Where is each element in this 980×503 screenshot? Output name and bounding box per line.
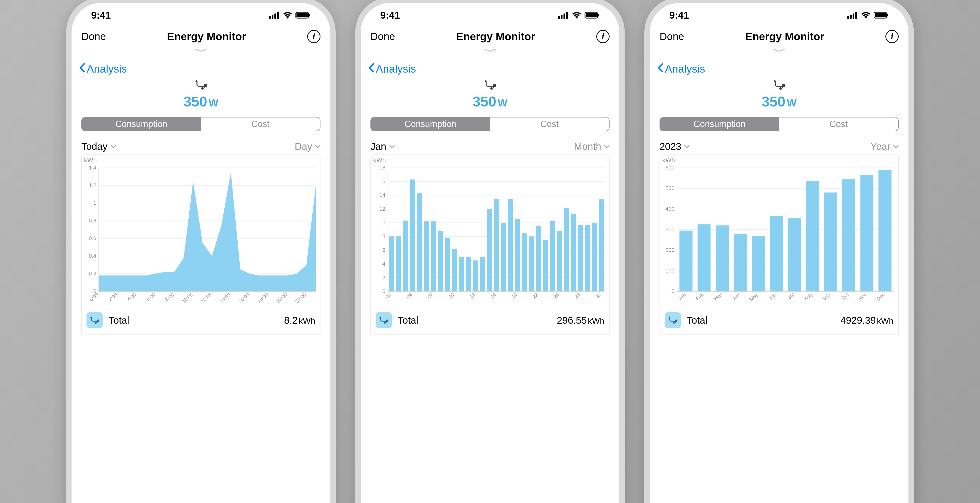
svg-text:1.2: 1.2 bbox=[89, 182, 96, 188]
svg-rect-132 bbox=[697, 224, 711, 291]
svg-rect-140 bbox=[842, 179, 855, 291]
tab-consumption[interactable]: Consumption bbox=[660, 118, 779, 131]
done-button[interactable]: Done bbox=[81, 31, 106, 42]
period-picker[interactable]: Today bbox=[81, 141, 116, 152]
download-csv-button[interactable]: Download CSV bbox=[371, 501, 609, 503]
phone-screen: 9:41 Done Energy Monitor i Analysis 350W… bbox=[361, 3, 619, 503]
svg-rect-3 bbox=[277, 12, 279, 19]
svg-rect-80 bbox=[487, 209, 492, 291]
svg-rect-114 bbox=[887, 14, 888, 16]
status-icons bbox=[847, 12, 889, 19]
svg-text:200: 200 bbox=[665, 247, 675, 253]
app-header: Done Energy Monitor i bbox=[361, 27, 619, 48]
svg-rect-81 bbox=[494, 199, 499, 291]
range-row: Jan Month bbox=[371, 141, 609, 152]
pull-handle-icon bbox=[72, 48, 330, 53]
svg-rect-78 bbox=[473, 260, 478, 291]
tab-cost[interactable]: Cost bbox=[779, 118, 898, 131]
download-csv-button[interactable]: Download CSV bbox=[81, 501, 320, 503]
done-button[interactable]: Done bbox=[660, 31, 684, 42]
svg-text:10: 10 bbox=[447, 292, 455, 299]
chevron-down-icon bbox=[110, 145, 116, 149]
status-time: 9:41 bbox=[380, 10, 400, 21]
download-csv-button[interactable]: Download CSV bbox=[660, 501, 899, 503]
svg-rect-69 bbox=[410, 179, 415, 291]
page-title: Energy Monitor bbox=[745, 30, 824, 43]
energy-icon bbox=[81, 80, 320, 90]
svg-text:0: 0 bbox=[382, 288, 385, 294]
phone-frame: 9:41 Done Energy Monitor i Analysis 350W… bbox=[644, 0, 914, 503]
signal-icon bbox=[558, 12, 569, 19]
svg-text:Feb: Feb bbox=[695, 292, 705, 302]
svg-rect-37 bbox=[558, 16, 560, 19]
tab-consumption[interactable]: Consumption bbox=[371, 118, 490, 131]
chevron-down-icon bbox=[893, 145, 899, 149]
svg-text:4: 4 bbox=[382, 261, 385, 267]
granularity-picker[interactable]: Year bbox=[870, 141, 899, 152]
metric-segmented-control[interactable]: Consumption Cost bbox=[371, 117, 609, 131]
total-row: Total 4929.39kWh bbox=[660, 306, 899, 334]
phone-frame: 9:41 Done Energy Monitor i bbox=[66, 0, 336, 503]
svg-text:0: 0 bbox=[671, 288, 675, 294]
page-title: Energy Monitor bbox=[167, 30, 246, 43]
svg-text:18: 18 bbox=[380, 166, 385, 171]
svg-text:31: 31 bbox=[594, 292, 602, 299]
wifi-icon bbox=[572, 12, 582, 19]
total-label: Total bbox=[398, 315, 418, 326]
current-power-value: 350W bbox=[371, 93, 609, 110]
battery-icon bbox=[585, 12, 600, 19]
svg-rect-139 bbox=[824, 193, 837, 291]
info-icon[interactable]: i bbox=[596, 30, 609, 43]
tab-consumption[interactable]: Consumption bbox=[82, 118, 201, 131]
svg-text:22: 22 bbox=[531, 292, 539, 299]
svg-rect-1 bbox=[272, 15, 274, 19]
svg-rect-76 bbox=[459, 257, 464, 291]
svg-rect-87 bbox=[536, 226, 541, 291]
svg-text:0.8: 0.8 bbox=[89, 217, 96, 224]
granularity-picker[interactable]: Month bbox=[574, 141, 609, 152]
tab-cost[interactable]: Cost bbox=[201, 118, 320, 131]
phone-screen: 9:41 Done Energy Monitor i Analysis 350W… bbox=[650, 3, 908, 503]
svg-rect-88 bbox=[543, 240, 548, 291]
svg-text:01: 01 bbox=[384, 292, 392, 299]
tab-cost[interactable]: Cost bbox=[490, 118, 609, 131]
status-bar: 9:41 bbox=[72, 3, 330, 27]
svg-text:8: 8 bbox=[382, 233, 385, 240]
svg-rect-90 bbox=[557, 231, 562, 291]
granularity-picker[interactable]: Day bbox=[295, 141, 320, 152]
done-button[interactable]: Done bbox=[371, 31, 395, 42]
energy-icon bbox=[371, 80, 609, 90]
svg-text:19: 19 bbox=[510, 292, 518, 299]
svg-rect-96 bbox=[599, 199, 604, 291]
svg-text:Apr: Apr bbox=[732, 292, 741, 301]
svg-rect-131 bbox=[679, 230, 692, 291]
svg-rect-95 bbox=[592, 223, 597, 291]
svg-rect-2 bbox=[274, 13, 276, 19]
wifi-icon bbox=[283, 12, 293, 19]
info-icon[interactable]: i bbox=[307, 30, 320, 43]
svg-text:400: 400 bbox=[665, 206, 675, 212]
chart-y-unit: kWh bbox=[81, 155, 320, 164]
period-picker[interactable]: 2023 bbox=[660, 141, 690, 152]
svg-text:500: 500 bbox=[665, 185, 675, 191]
metric-segmented-control[interactable]: Consumption Cost bbox=[81, 117, 320, 131]
range-row: 2023 Year bbox=[660, 141, 899, 152]
phone-screen: 9:41 Done Energy Monitor i bbox=[72, 3, 330, 503]
svg-rect-40 bbox=[566, 12, 568, 19]
svg-rect-66 bbox=[389, 236, 394, 291]
period-picker[interactable]: Jan bbox=[371, 141, 395, 152]
info-icon[interactable]: i bbox=[885, 30, 899, 43]
svg-rect-110 bbox=[853, 13, 854, 19]
svg-rect-70 bbox=[417, 193, 422, 291]
back-button[interactable]: Analysis bbox=[361, 53, 619, 78]
svg-text:10:00: 10:00 bbox=[181, 292, 194, 304]
pull-handle-icon bbox=[650, 48, 908, 53]
back-button[interactable]: Analysis bbox=[72, 53, 330, 78]
back-button[interactable]: Analysis bbox=[650, 53, 908, 78]
chevron-left-icon bbox=[368, 63, 374, 75]
svg-text:2: 2 bbox=[382, 275, 385, 281]
svg-text:Jan: Jan bbox=[677, 292, 687, 301]
total-row: Total 8.2kWh bbox=[81, 306, 320, 334]
total-icon bbox=[86, 312, 103, 328]
metric-segmented-control[interactable]: Consumption Cost bbox=[660, 117, 899, 131]
